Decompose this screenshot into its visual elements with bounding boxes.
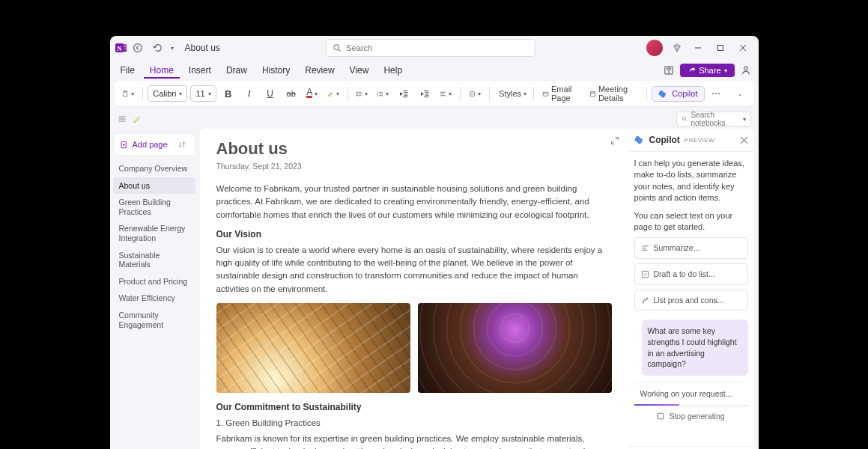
global-search-box[interactable]: Search (326, 39, 535, 57)
copilot-close-button[interactable] (740, 136, 748, 144)
page-item[interactable]: Company Overview (113, 160, 195, 177)
menu-help[interactable]: Help (377, 62, 408, 79)
page-item[interactable]: Sustainable Materials (113, 247, 195, 273)
copilot-title: Copilot (649, 135, 680, 145)
image-wood-architecture (216, 303, 410, 393)
stop-generating-button[interactable]: Stop generating (634, 406, 748, 427)
diamond-icon[interactable] (667, 38, 687, 58)
copilot-user-message: What are some key strengths I could high… (642, 320, 748, 376)
search-icon (333, 43, 342, 52)
commit-paragraph: Fabrikam is known for its expertise in g… (216, 433, 612, 449)
summarize-icon (641, 244, 649, 252)
add-page-icon (120, 141, 128, 149)
reading-mode-icon[interactable] (661, 62, 677, 79)
image-dome-architecture (418, 303, 612, 393)
copilot-ribbon-button[interactable]: Copilot (652, 86, 704, 102)
svg-point-5 (133, 44, 142, 52)
menu-file[interactable]: File (115, 62, 141, 79)
underline-button[interactable]: U (261, 85, 279, 103)
svg-point-14 (356, 93, 357, 94)
image-row (216, 303, 612, 393)
page-item[interactable]: Water Efficiency (113, 290, 195, 307)
heading-vision: Our Vision (216, 229, 612, 239)
qat-customize-chevron[interactable]: ▾ (167, 38, 177, 58)
suggestion-proscons[interactable]: List pros and cons... (634, 290, 748, 311)
meeting-details-button[interactable]: Meeting Details (586, 85, 641, 103)
align-button[interactable]: ▾ (437, 85, 455, 103)
document-title: About us (185, 43, 220, 53)
copilot-intro-1: I can help you generate ideas, make to-d… (634, 158, 748, 204)
ink-to-text-icon[interactable] (133, 114, 142, 123)
titlebar: N ▾ About us Search (110, 36, 759, 60)
document-canvas[interactable]: About us Thursday, Sept 21, 2023 Welcome… (200, 129, 628, 449)
copilot-icon (658, 89, 668, 99)
account-manager-icon[interactable] (738, 62, 754, 79)
menu-insert[interactable]: Insert (183, 62, 217, 79)
tag-button[interactable]: ▾ (466, 85, 484, 103)
bold-button[interactable]: B (219, 85, 237, 103)
italic-button[interactable]: I (240, 85, 258, 103)
menu-review[interactable]: Review (299, 62, 340, 79)
menu-home[interactable]: Home (144, 62, 180, 79)
copilot-preview-badge: PREVIEW (685, 137, 714, 144)
sort-pages-icon[interactable] (175, 138, 189, 151)
svg-rect-2 (124, 44, 127, 46)
paste-button[interactable]: ▾ (119, 85, 137, 103)
email-page-button[interactable]: Email Page (539, 85, 583, 103)
page-item[interactable]: Product and Pricing (113, 273, 195, 290)
expand-page-icon[interactable] (610, 136, 619, 145)
todo-icon (641, 270, 649, 278)
copilot-input-area[interactable]: Tell me what you want to do. For ideas, … (628, 446, 754, 449)
suggestion-todo[interactable]: Draft a to do list... (634, 263, 748, 285)
copilot-panel: Copilot PREVIEW I can help you generate … (628, 129, 754, 449)
copilot-icon (634, 135, 645, 145)
menu-history[interactable]: History (256, 62, 296, 79)
page-item[interactable]: Green Building Practices (113, 194, 195, 220)
svg-rect-19 (470, 91, 475, 96)
svg-point-9 (744, 67, 747, 70)
onenote-app-icon: N (115, 41, 128, 55)
search-notebooks-box[interactable]: Search notebooks ▾ (676, 112, 751, 126)
menu-bar: FileHomeInsertDrawHistoryReviewViewHelp … (110, 60, 759, 81)
add-page-button[interactable]: Add page (113, 133, 195, 156)
page-item[interactable]: About us (113, 177, 195, 195)
suggestion-summarize[interactable]: Summarize... (634, 237, 748, 259)
svg-point-15 (356, 95, 357, 96)
undo-button[interactable] (148, 38, 167, 58)
svg-text:N: N (117, 45, 122, 52)
ribbon-toolbar: ▾ Calibri▾ 11▾ B I U ab A▾ ▾ ▾ 123▾ ▾ ▾ … (115, 81, 754, 106)
numbering-button[interactable]: 123▾ (374, 85, 392, 103)
page-item[interactable]: Community Engagement (113, 307, 195, 333)
minimize-button[interactable] (687, 37, 709, 58)
heading-commitment: Our Commitment to Sustainability (216, 402, 612, 412)
maximize-button[interactable] (709, 37, 732, 58)
menu-view[interactable]: View (344, 62, 375, 79)
highlight-button[interactable]: ▾ (324, 85, 342, 103)
font-family-select[interactable]: Calibri▾ (148, 85, 187, 102)
strikethrough-button[interactable]: ab (282, 85, 300, 103)
svg-point-6 (334, 45, 339, 50)
navigation-bar: Search notebooks ▾ (110, 109, 759, 129)
back-button[interactable] (128, 38, 148, 58)
outdent-button[interactable] (395, 85, 413, 103)
svg-rect-24 (642, 271, 648, 277)
bullets-button[interactable]: ▾ (353, 85, 371, 103)
share-button[interactable]: Share▾ (680, 64, 734, 77)
ribbon-collapse-chevron[interactable]: ⌄ (732, 85, 750, 103)
page-item[interactable]: Renewable Energy Integration (113, 220, 195, 246)
close-button[interactable] (732, 37, 754, 58)
copilot-header: Copilot PREVIEW (628, 129, 754, 152)
commit-subhead: 1. Green Building Practices (216, 417, 612, 430)
intro-paragraph: Welcome to Fabrikam, your trusted partne… (216, 183, 612, 222)
styles-button[interactable]: Styles▾ (495, 85, 529, 103)
font-size-select[interactable]: 11▾ (190, 85, 216, 102)
indent-button[interactable] (416, 85, 434, 103)
user-avatar[interactable] (646, 40, 663, 56)
svg-rect-21 (590, 91, 595, 96)
font-color-button[interactable]: A▾ (303, 85, 321, 103)
nav-toggle-icon[interactable] (118, 114, 127, 123)
copilot-intro-2: You can select text on your page to get … (634, 210, 748, 233)
search-icon (682, 115, 688, 123)
ribbon-overflow-button[interactable]: ··· (708, 85, 726, 103)
menu-draw[interactable]: Draw (220, 62, 253, 79)
